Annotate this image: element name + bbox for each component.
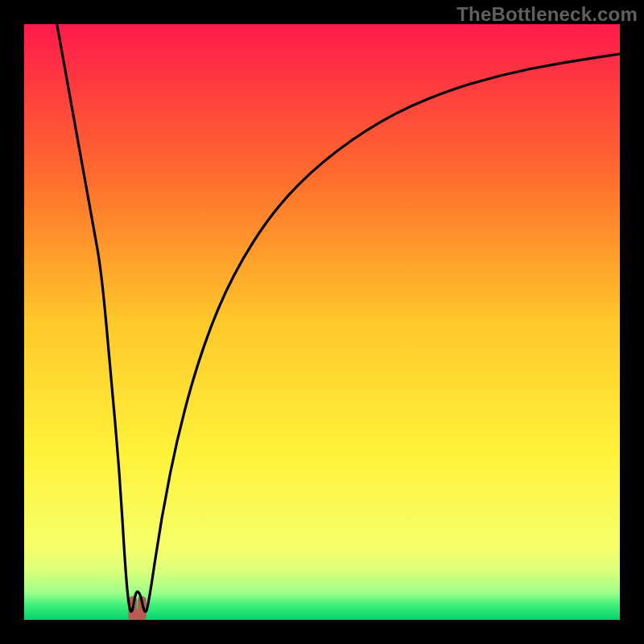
plot-area [24, 24, 620, 620]
watermark-text: TheBottleneck.com [456, 3, 638, 26]
gradient-background [24, 24, 620, 620]
chart-svg [24, 24, 620, 620]
chart-frame: TheBottleneck.com [0, 0, 644, 644]
